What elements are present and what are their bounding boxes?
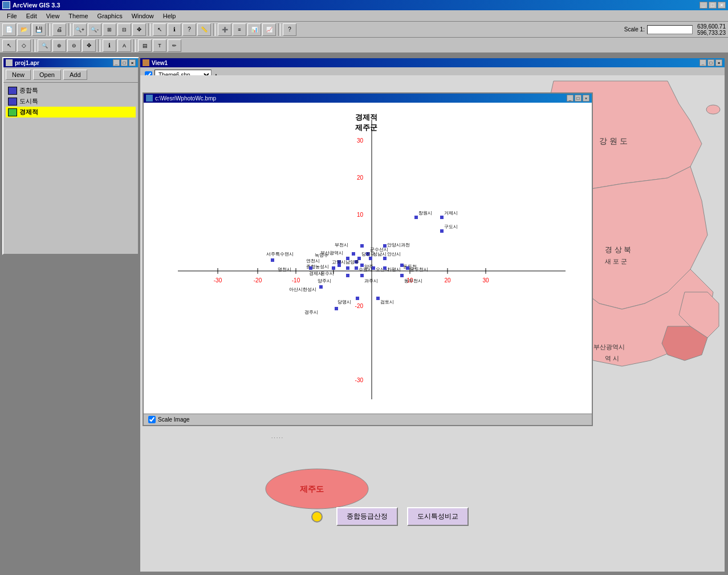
print-button[interactable]: 🖨 — [52, 23, 66, 36]
select-button[interactable]: ↖ — [153, 23, 166, 36]
scale-image-bar: Scale Image — [144, 414, 592, 425]
photo-minimize-button[interactable]: _ — [567, 95, 574, 102]
proj-item-label-1: 종합특 — [19, 86, 38, 95]
zoom-tool[interactable]: 🔍 — [38, 39, 51, 52]
menu-theme[interactable]: Theme — [64, 11, 92, 21]
query-button[interactable]: ? — [182, 23, 196, 36]
svg-rect-72 — [372, 266, 375, 270]
title-bar-buttons: _ □ × — [699, 2, 726, 9]
pan-button[interactable]: ✥ — [132, 23, 146, 36]
svg-text:제주도: 제주도 — [300, 484, 324, 493]
svg-text:역 시: 역 시 — [605, 355, 619, 362]
svg-text:가평시: 가평시 — [387, 267, 401, 272]
legend-button[interactable]: ≡ — [233, 23, 246, 36]
help-button[interactable]: ? — [283, 23, 296, 36]
svg-rect-84 — [319, 285, 323, 289]
proj-item-综합특[interactable]: 종합특 — [6, 85, 136, 96]
legend-editor-tool[interactable]: ▤ — [138, 39, 152, 52]
minimize-app-button[interactable]: _ — [699, 2, 707, 9]
pointer-tool[interactable]: ↖ — [2, 39, 16, 52]
svg-rect-36 — [440, 229, 444, 233]
svg-text:제주군: 제주군 — [355, 123, 377, 132]
identify-tool[interactable]: ℹ — [103, 39, 116, 52]
svg-text:수원시: 수원시 — [359, 267, 372, 272]
workspace: proj1.apr _ □ × New Open Add 종합특 도시특 경 — [0, 52, 728, 575]
pan-tool[interactable]: ✥ — [82, 39, 96, 52]
chart-button[interactable]: 📈 — [262, 23, 276, 36]
综합등급산정-button[interactable]: 종합등급산정 — [336, 507, 398, 526]
svg-rect-76 — [406, 266, 409, 270]
svg-text:안양시과천: 안양시과천 — [387, 242, 410, 248]
menu-window[interactable]: Window — [127, 11, 158, 21]
svg-text:연천시: 연천시 — [306, 258, 320, 264]
svg-rect-42 — [352, 252, 355, 256]
proj-item-경제[interactable]: 경제적 — [6, 107, 136, 118]
도시특성비교-button[interactable]: 도시특성비교 — [407, 507, 469, 526]
view-close-button[interactable]: × — [715, 59, 722, 66]
proj-toolbar: New Open Add — [3, 67, 138, 83]
legend-area: 종합등급산정 도시특성비교 — [311, 507, 690, 526]
proj-item-도시특[interactable]: 도시특 — [6, 96, 136, 107]
separator-1 — [48, 23, 50, 36]
menu-graphics[interactable]: Graphics — [93, 11, 127, 21]
scale-input[interactable] — [647, 25, 693, 34]
new-doc-button[interactable]: 📄 — [2, 23, 16, 36]
scale-image-checkbox[interactable] — [148, 416, 156, 423]
measure-button[interactable]: 📏 — [197, 23, 211, 36]
svg-rect-64 — [309, 266, 312, 270]
svg-text:검토시: 검토시 — [380, 299, 394, 305]
svg-rect-32 — [414, 216, 418, 219]
open-proj-button[interactable]: Open — [33, 70, 61, 80]
svg-text:30: 30 — [482, 277, 489, 284]
restore-app-button[interactable]: □ — [709, 2, 717, 9]
save-button[interactable]: 💾 — [32, 23, 46, 36]
view-minimize-button[interactable]: _ — [699, 59, 706, 66]
svg-text:응수시: 응수시 — [320, 271, 334, 276]
photo-title-bar: c:\WesriWphotoWc.bmp _ □ × — [144, 94, 592, 103]
proj-content: 종합특 도시특 경제적 — [3, 83, 138, 254]
label-tool[interactable]: A — [117, 39, 131, 52]
open-button[interactable]: 📂 — [17, 23, 31, 36]
draw-tool[interactable]: ✏ — [168, 39, 181, 52]
separator-3 — [148, 23, 151, 36]
svg-text:-30: -30 — [355, 377, 364, 383]
photo-win-buttons: _ □ × — [567, 95, 589, 102]
identify-button[interactable]: ℹ — [168, 23, 181, 36]
svg-text:서주특수면시: 서주특수면시 — [266, 252, 294, 257]
text-tool[interactable]: T — [153, 39, 166, 52]
menu-view[interactable]: View — [42, 11, 64, 21]
zoom-full-button[interactable]: ⊞ — [103, 23, 116, 36]
zoom-out-fixed-tool[interactable]: ⊖ — [67, 39, 81, 52]
proj-minimize-button[interactable]: _ — [113, 59, 120, 66]
jeju-map-svg: 제주도 — [254, 457, 380, 515]
small-islands: · · · · · — [271, 435, 283, 440]
proj-close-button[interactable]: × — [129, 59, 136, 66]
view-restore-button[interactable]: □ — [707, 59, 714, 66]
svg-text:경 상 북: 경 상 북 — [605, 245, 631, 254]
menu-edit[interactable]: Edit — [22, 11, 42, 21]
zoom-in-fixed-tool[interactable]: ⊕ — [52, 39, 66, 52]
zoom-in-button[interactable]: 🔍+ — [73, 23, 87, 36]
toolbar-row-1: 📄 📂 💾 🖨 🔍+ 🔍- ⊞ ⊟ ✥ ↖ ℹ ? 📏 ➕ ≡ 📊 📈 ? Sc… — [0, 22, 728, 38]
photo-close-button[interactable]: × — [583, 95, 589, 102]
separator-7 — [98, 39, 100, 52]
zoom-extent-button[interactable]: ⊟ — [117, 23, 131, 36]
svg-text:안산시: 안산시 — [387, 252, 401, 257]
svg-rect-88 — [376, 297, 380, 300]
proj-title-bar: proj1.apr _ □ × — [3, 58, 138, 67]
photo-content: 경제적 제주군 -30 -20 -10 10 20 30 — [144, 103, 592, 414]
close-app-button[interactable]: × — [718, 2, 726, 9]
new-button[interactable]: New — [6, 70, 31, 80]
add-theme-button[interactable]: ➕ — [218, 23, 231, 36]
vertex-tool[interactable]: ◇ — [17, 39, 31, 52]
proj-restore-button[interactable]: □ — [121, 59, 128, 66]
add-button[interactable]: Add — [63, 70, 87, 80]
menu-file[interactable]: File — [2, 11, 22, 21]
zoom-out-button[interactable]: 🔍- — [88, 23, 101, 36]
svg-text:구도시: 구도시 — [444, 224, 458, 229]
photo-restore-button[interactable]: □ — [575, 95, 581, 102]
proj-title: proj1.apr — [15, 60, 39, 66]
table-button[interactable]: 📊 — [247, 23, 261, 36]
svg-text:20: 20 — [357, 175, 364, 181]
menu-help[interactable]: Help — [158, 11, 181, 21]
